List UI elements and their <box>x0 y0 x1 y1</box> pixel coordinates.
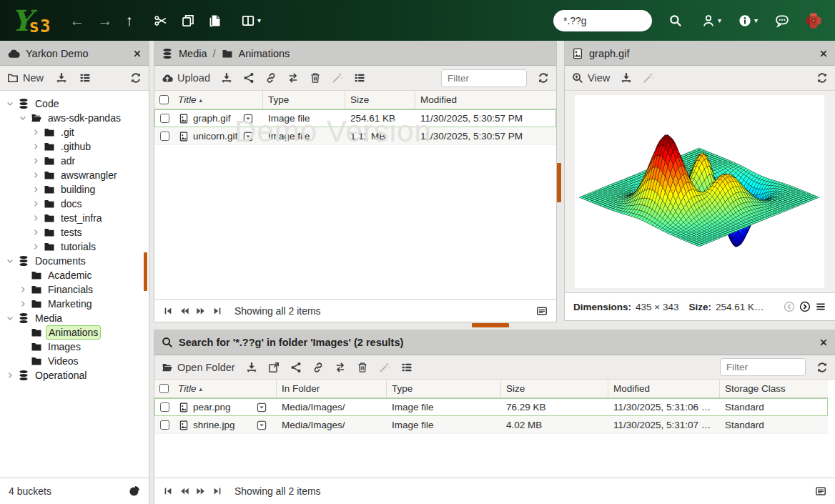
chevron-right-icon[interactable] <box>31 128 40 137</box>
next-item-icon[interactable] <box>799 301 811 312</box>
chevron-down-icon[interactable] <box>6 99 14 108</box>
tree-item-academic[interactable]: Academic <box>0 268 149 282</box>
list-view-button[interactable] <box>79 72 91 84</box>
tree-item-media[interactable]: Media <box>0 311 149 325</box>
row-checkbox[interactable] <box>160 420 169 430</box>
tree-item-operational[interactable]: Operational <box>0 368 149 382</box>
table-row[interactable]: graph.gif Image file 254.61 KB 11/30/202… <box>154 109 556 127</box>
page-first-icon[interactable] <box>163 486 173 496</box>
row-actions-dropdown[interactable] <box>243 132 253 142</box>
tree-item-docs[interactable]: docs <box>0 197 149 211</box>
chevron-right-icon[interactable] <box>31 185 40 194</box>
chevron-down-icon[interactable] <box>19 114 27 122</box>
move-button[interactable] <box>287 72 299 84</box>
close-icon[interactable] <box>133 49 142 58</box>
tree-item-awswrangler[interactable]: awswrangler <box>0 168 149 182</box>
upload-button[interactable]: Upload <box>162 72 210 84</box>
delete-button[interactable] <box>357 362 368 373</box>
row-checkbox[interactable] <box>160 402 169 412</box>
refresh-button[interactable] <box>816 362 828 373</box>
chevron-right-icon[interactable] <box>6 371 14 380</box>
table-row[interactable]: pear.png Media/Images/ Image file 76.29 … <box>154 398 828 416</box>
tree-item-github[interactable]: .github <box>0 139 149 154</box>
folder-panel-hscrollbar-thumb[interactable] <box>472 323 509 327</box>
row-actions-dropdown[interactable] <box>243 114 253 124</box>
info-menu[interactable]: ▾ <box>738 14 758 27</box>
row-checkbox[interactable] <box>160 114 169 123</box>
column-title[interactable]: Title▴ <box>173 91 262 109</box>
preview-image[interactable] <box>575 95 824 288</box>
link-button[interactable] <box>312 362 324 373</box>
cut-icon[interactable] <box>154 14 167 27</box>
move-button[interactable] <box>335 362 346 373</box>
new-folder-button[interactable]: New <box>7 72 44 84</box>
layout-columns-dropdown[interactable]: ▾ <box>242 14 261 27</box>
refresh-button[interactable] <box>538 72 549 84</box>
chevron-down-icon[interactable] <box>6 314 14 322</box>
copy-icon[interactable] <box>182 14 194 27</box>
tree-item-financials[interactable]: Financials <box>0 282 149 297</box>
tree-item-test-infra[interactable]: test_infra <box>0 211 149 225</box>
breadcrumb-folder[interactable]: Animations <box>239 48 290 59</box>
tree-item-tutorials[interactable]: tutorials <box>0 239 149 254</box>
link-button[interactable] <box>265 72 277 84</box>
up-arrow-icon[interactable]: ↑ <box>125 13 133 28</box>
share-button[interactable] <box>290 362 302 373</box>
details-view-icon[interactable] <box>815 485 826 497</box>
chevron-right-icon[interactable] <box>31 228 40 237</box>
column-modified[interactable]: Modified <box>608 380 719 397</box>
tree-item-marketing[interactable]: Marketing <box>0 297 149 311</box>
chevron-right-icon[interactable] <box>19 285 27 294</box>
tree-item-git[interactable]: .git <box>0 125 149 139</box>
delete-button[interactable] <box>310 72 321 84</box>
column-storage-class[interactable]: Storage Class <box>719 380 828 397</box>
search-input[interactable] <box>553 10 652 31</box>
wand-button[interactable] <box>332 72 343 84</box>
open-folder-button[interactable]: Open Folder <box>162 362 235 373</box>
chevron-right-icon[interactable] <box>31 214 40 222</box>
column-type[interactable]: Type <box>386 380 500 397</box>
menu-icon[interactable] <box>815 301 826 312</box>
download-button[interactable] <box>621 72 632 84</box>
list-view-button[interactable] <box>401 362 412 373</box>
chevron-right-icon[interactable] <box>31 242 40 251</box>
wand-button[interactable] <box>643 72 654 84</box>
filter-input[interactable] <box>441 69 527 87</box>
column-size[interactable]: Size <box>500 380 608 397</box>
row-checkbox[interactable] <box>160 132 169 141</box>
refresh-button[interactable] <box>130 72 142 84</box>
column-size[interactable]: Size <box>345 91 415 109</box>
usage-pie-icon[interactable] <box>129 485 140 497</box>
select-all-checkbox[interactable] <box>159 95 169 104</box>
select-all-checkbox[interactable] <box>159 384 169 393</box>
refresh-button[interactable] <box>816 72 828 84</box>
list-view-button[interactable] <box>354 72 365 84</box>
page-first-icon[interactable] <box>163 306 173 316</box>
view-button[interactable]: View <box>572 72 610 84</box>
page-next-icon[interactable] <box>196 306 206 316</box>
page-last-icon[interactable] <box>212 486 222 496</box>
row-actions-dropdown[interactable] <box>257 402 267 412</box>
back-arrow-icon[interactable]: ← <box>69 13 84 28</box>
column-title[interactable]: Title▴ <box>173 380 276 397</box>
chevron-down-icon[interactable] <box>6 257 14 265</box>
close-icon[interactable] <box>819 49 828 58</box>
page-last-icon[interactable] <box>212 306 222 316</box>
chevron-right-icon[interactable] <box>31 142 40 151</box>
tree-item-tests[interactable]: tests <box>0 225 149 239</box>
download-button[interactable] <box>246 362 257 373</box>
search-icon[interactable] <box>669 14 682 27</box>
tree-item-building[interactable]: building <box>0 182 149 197</box>
chevron-right-icon[interactable] <box>19 300 27 308</box>
tree-item-animations[interactable]: Animations <box>0 325 149 340</box>
tree-item-images[interactable]: Images <box>0 340 149 354</box>
previous-item-icon[interactable] <box>784 301 795 312</box>
page-prev-icon[interactable] <box>179 486 189 496</box>
row-actions-dropdown[interactable] <box>257 420 267 430</box>
filter-input[interactable] <box>720 358 806 376</box>
page-next-icon[interactable] <box>196 486 206 496</box>
feedback-chat-icon[interactable] <box>775 14 789 28</box>
tree-item-videos[interactable]: Videos <box>0 354 149 368</box>
sidebar-scrollbar-thumb[interactable] <box>144 252 147 291</box>
table-row[interactable]: unicorn.gif Image file 1.11 MB 11/30/202… <box>154 127 556 145</box>
